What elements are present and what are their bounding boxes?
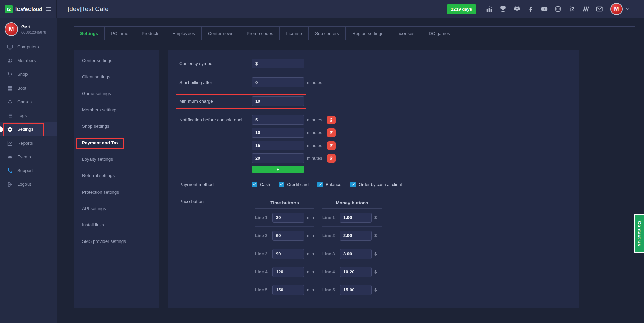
dollar-unit: $ xyxy=(374,233,377,238)
sidebar-item-reports[interactable]: Reports xyxy=(0,136,57,150)
price-button-label: Price button xyxy=(179,197,252,204)
tab-settings[interactable]: Settings xyxy=(74,27,105,40)
account-avatar[interactable]: M xyxy=(610,3,623,15)
checkbox-credit-card[interactable]: Credit card xyxy=(279,182,309,187)
checkbox-cash[interactable]: Cash xyxy=(252,182,270,187)
money-line-5: Line 5 $ xyxy=(322,281,382,299)
menu-item-referral-settings[interactable]: Referral settings xyxy=(74,167,159,184)
tab-region-settings[interactable]: Region settings xyxy=(346,27,390,40)
mail-icon[interactable] xyxy=(596,5,603,13)
globe-icon[interactable] xyxy=(554,5,562,13)
notification-minutes-input[interactable] xyxy=(252,115,304,125)
price-button-row: Price button Time buttons Line 1 min xyxy=(179,197,579,299)
menu-item-client-settings[interactable]: Client settings xyxy=(74,69,159,85)
list-icon xyxy=(7,113,13,119)
sidebar-item-logs[interactable]: Logs xyxy=(0,109,57,122)
time-value-input[interactable] xyxy=(272,267,304,277)
tab-sub-centers[interactable]: Sub centers xyxy=(309,27,346,40)
delete-notification-button[interactable] xyxy=(327,154,336,163)
start-billing-input[interactable] xyxy=(252,77,304,87)
contact-us-button[interactable]: Contact us xyxy=(634,214,644,253)
sidebar-item-boot[interactable]: Boot xyxy=(0,81,57,95)
menu-item-sms-provider-settings[interactable]: SMS provider settings xyxy=(74,233,159,250)
menu-item-members-settings[interactable]: Members settings xyxy=(74,102,159,118)
notification-minutes-input[interactable] xyxy=(252,141,304,150)
days-badge[interactable]: 1219 days xyxy=(447,4,476,14)
sidebar-item-logout[interactable]: Logout xyxy=(0,177,57,191)
tab-promo-codes[interactable]: Promo codes xyxy=(240,27,280,40)
menu-item-center-settings[interactable]: Center settings xyxy=(74,52,159,69)
delete-notification-button[interactable] xyxy=(327,141,336,150)
payment-method-label: Payment method xyxy=(179,182,252,187)
layers-icon[interactable] xyxy=(582,5,589,13)
youtube-icon[interactable] xyxy=(541,5,548,13)
min-unit: min xyxy=(307,215,314,220)
money-value-input[interactable] xyxy=(340,231,372,241)
notification-row: Notification before console end minutes xyxy=(179,115,579,173)
time-value-input[interactable] xyxy=(272,231,304,241)
menu-item-shop-settings[interactable]: Shop settings xyxy=(74,118,159,134)
chevron-down-icon[interactable] xyxy=(625,7,630,11)
user-phone: 008612345678 xyxy=(21,30,46,34)
add-notification-button[interactable]: + xyxy=(252,166,304,173)
money-value-input[interactable] xyxy=(340,249,372,259)
tab-licenses[interactable]: Licenses xyxy=(390,27,421,40)
chart-icon xyxy=(7,140,13,146)
currency-symbol-input[interactable] xyxy=(252,59,304,68)
delete-notification-button[interactable] xyxy=(327,116,336,124)
icafecloud-icon[interactable] xyxy=(568,5,576,13)
notification-minutes-input[interactable] xyxy=(252,128,304,138)
time-value-input[interactable] xyxy=(272,249,304,259)
minutes-unit: minutes xyxy=(307,117,322,122)
money-value-input[interactable] xyxy=(340,213,372,223)
monitor-icon xyxy=(7,44,13,50)
facebook-icon[interactable] xyxy=(527,5,534,13)
sidebar-item-support[interactable]: Support xyxy=(0,164,57,177)
sidebar-item-settings[interactable]: Settings xyxy=(0,122,57,136)
tab-idc-games[interactable]: IDC games xyxy=(421,27,457,40)
money-value-input[interactable] xyxy=(340,267,372,277)
money-value-input[interactable] xyxy=(340,285,372,295)
menu-item-payment-and-tax[interactable]: Payment and Tax xyxy=(74,134,159,151)
menu-item-game-settings[interactable]: Game settings xyxy=(74,85,159,102)
discord-icon[interactable] xyxy=(513,5,521,13)
tab-pc-time[interactable]: PC Time xyxy=(105,27,135,40)
dollar-unit: $ xyxy=(374,269,377,274)
content: Center settingsClient settingsGame setti… xyxy=(74,50,644,308)
time-line-5: Line 5 min xyxy=(255,281,314,299)
checkbox-balance[interactable]: Balance xyxy=(317,182,341,187)
time-value-input[interactable] xyxy=(272,285,304,295)
ranking-icon[interactable] xyxy=(486,5,493,13)
crown-icon xyxy=(7,154,13,160)
checkbox-order-by-cash-at-client[interactable]: Order by cash at client xyxy=(350,182,402,187)
payment-method-options: Cash Credit card xyxy=(252,182,402,187)
tab-employees[interactable]: Employees xyxy=(166,27,202,40)
sidebar-item-games[interactable]: Games xyxy=(0,95,57,109)
sidebar-item-members[interactable]: Members xyxy=(0,54,57,67)
trophy-icon[interactable] xyxy=(499,5,507,13)
minimum-charge-input[interactable] xyxy=(252,96,304,106)
tab-products[interactable]: Products xyxy=(135,27,166,40)
tab-center-news[interactable]: Center news xyxy=(202,27,240,40)
sidebar-item-computers[interactable]: Computers xyxy=(0,40,57,54)
time-value-input[interactable] xyxy=(272,213,304,223)
notification-row-5: minutes xyxy=(252,115,336,125)
hamburger-menu-icon[interactable] xyxy=(45,6,52,12)
menu-item-api-settings[interactable]: API settings xyxy=(74,200,159,217)
settings-menu: Center settingsClient settingsGame setti… xyxy=(74,50,159,308)
sidebar-item-events[interactable]: Events xyxy=(0,150,57,164)
time-line-4: Line 4 min xyxy=(255,263,314,281)
tab-license[interactable]: License xyxy=(280,27,309,40)
menu-item-loyalty-settings[interactable]: Loyalty settings xyxy=(74,151,159,167)
delete-notification-button[interactable] xyxy=(327,128,336,137)
menu-item-protection-settings[interactable]: Protection settings xyxy=(74,184,159,200)
user-avatar: M xyxy=(5,22,18,36)
gear-icon xyxy=(7,126,13,132)
logo[interactable]: i2 iCafeCloud xyxy=(0,0,57,18)
notification-minutes-input[interactable] xyxy=(252,153,304,163)
minutes-unit: minutes xyxy=(307,80,322,85)
sidebar-item-shop[interactable]: Shop xyxy=(0,67,57,81)
menu-item-install-links[interactable]: Install links xyxy=(74,217,159,233)
min-unit: min xyxy=(307,269,314,274)
notification-row-20: minutes xyxy=(252,153,336,163)
